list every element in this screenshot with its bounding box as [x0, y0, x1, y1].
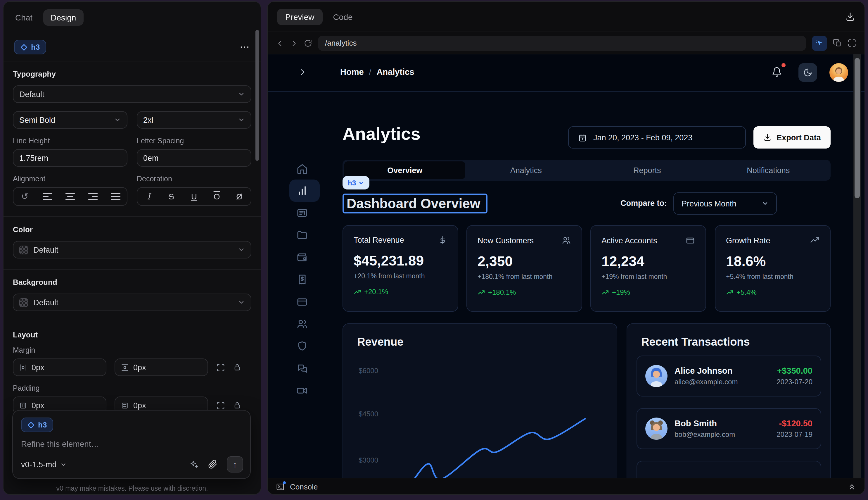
tab-preview[interactable]: Preview [277, 9, 323, 25]
lock-padding-icon[interactable] [233, 401, 241, 409]
align-left-icon[interactable] [41, 193, 54, 200]
compare-select[interactable]: Previous Month [673, 192, 777, 215]
expand-padding-icon[interactable] [216, 401, 225, 410]
selected-tag-chip[interactable]: h3 [343, 176, 369, 190]
tab-analytics[interactable]: Analytics [465, 161, 587, 179]
sidebar-icon-home[interactable] [296, 163, 308, 175]
color-select[interactable]: Default [13, 241, 251, 259]
line-height-input[interactable]: 1.75rem [13, 149, 127, 167]
notifications-bell-icon[interactable] [772, 67, 782, 77]
font-weight-select[interactable]: Semi Bold [13, 111, 127, 129]
diamond-icon [27, 421, 34, 428]
export-data-button[interactable]: Export Data [753, 126, 831, 149]
copy-icon[interactable] [833, 38, 842, 47]
decoration-group: I S U O Ø [137, 187, 251, 206]
transaction-row[interactable]: Bob Smith bob@example.com -$120.50 2023-… [637, 408, 821, 449]
sidebar-icon-folder[interactable] [296, 229, 308, 241]
refresh-icon[interactable] [304, 39, 312, 47]
preview-scrollbar-track[interactable] [853, 54, 861, 478]
more-options-icon[interactable]: ⋯ [240, 41, 250, 53]
page-title: Analytics [343, 124, 420, 144]
align-center-icon[interactable] [64, 193, 77, 200]
font-size-select[interactable]: 2xl [137, 111, 251, 129]
refine-input[interactable]: Refine this element… [21, 439, 242, 448]
recent-transactions-card: Recent Transactions Alice Johnson alice@… [627, 323, 831, 478]
credit-card-icon [686, 236, 695, 245]
sidebar-icon-video[interactable] [296, 385, 308, 397]
transaction-row[interactable]: Alice Johnson alice@example.com +$350.00… [637, 355, 821, 397]
italic-icon[interactable]: I [142, 192, 155, 201]
sidebar-icon-newspaper[interactable] [296, 207, 308, 219]
url-input[interactable]: /analytics [318, 35, 806, 50]
tab-chat[interactable]: Chat [15, 13, 33, 22]
sidebar-scrollbar[interactable] [255, 30, 259, 161]
stat-card-new-customers: New Customers 2,350 +180.1% from last mo… [466, 225, 582, 312]
stat-title: Growth Rate [726, 236, 771, 245]
no-decoration-icon[interactable]: Ø [233, 192, 246, 201]
theme-toggle-button[interactable] [798, 63, 817, 82]
sidebar-expand-icon[interactable] [298, 68, 307, 77]
selected-element-outline[interactable]: Dashboard Overview [343, 194, 487, 214]
transaction-date: 2023-07-20 [776, 378, 812, 386]
font-family-value: Default [19, 90, 238, 99]
user-avatar[interactable] [830, 63, 848, 82]
background-value: Default [33, 298, 238, 307]
tab-reports[interactable]: Reports [587, 161, 708, 179]
browser-toolbar: /analytics [268, 32, 865, 54]
sidebar-icon-bar-chart[interactable] [296, 185, 308, 196]
stat-title: Total Revenue [354, 236, 404, 245]
revenue-chart-card: Revenue $6000 $4500 $3000 [343, 323, 617, 478]
paperclip-icon[interactable] [208, 459, 218, 469]
forward-icon[interactable] [290, 39, 298, 47]
transaction-row-clipped [637, 461, 821, 478]
date-range-button[interactable]: Jan 20, 2023 - Feb 09, 2023 [568, 126, 746, 149]
tab-code[interactable]: Code [333, 12, 353, 21]
download-icon[interactable] [845, 12, 855, 22]
stat-value: 12,234 [601, 253, 695, 270]
letter-spacing-input[interactable]: 0em [137, 149, 251, 167]
submit-button[interactable]: ↑ [227, 456, 243, 473]
sidebar-icon-shield[interactable] [296, 340, 308, 352]
sidebar-icon-messages[interactable] [296, 363, 308, 374]
breadcrumb-current: Analytics [377, 67, 414, 77]
select-element-tool-icon[interactable] [812, 35, 827, 50]
tab-notifications[interactable]: Notifications [708, 161, 829, 179]
font-family-select[interactable]: Default [13, 86, 251, 103]
transaction-email: alice@example.com [674, 378, 738, 386]
chevrons-up-icon[interactable] [847, 482, 856, 491]
strikethrough-icon[interactable]: S [165, 192, 178, 201]
expand-margin-icon[interactable] [216, 363, 225, 372]
margin-y-input[interactable]: 0px [115, 359, 208, 376]
console-bar[interactable]: Console [268, 478, 865, 495]
transaction-amount: +$350.00 [776, 366, 812, 375]
line-height-label: Line Height [13, 137, 127, 145]
lock-margin-icon[interactable] [233, 363, 241, 371]
sidebar-icon-receipt[interactable] [296, 274, 308, 285]
overline-icon[interactable]: O [210, 192, 223, 201]
sidebar-icon-wallet[interactable] [296, 251, 308, 263]
element-badge[interactable]: h3 [14, 40, 46, 54]
align-justify-icon[interactable] [109, 193, 122, 200]
reset-alignment-icon[interactable]: ↺ [19, 191, 31, 202]
underline-icon[interactable]: U [188, 192, 200, 201]
tab-design[interactable]: Design [43, 9, 84, 25]
back-icon[interactable] [276, 39, 284, 47]
stat-title: New Customers [477, 236, 534, 245]
fullscreen-icon[interactable] [847, 38, 856, 47]
trend-up-icon [601, 288, 609, 296]
typography-section: Typography Default Semi Bold 2xl Line He… [3, 61, 261, 217]
y-tick-3000: $3000 [359, 456, 378, 464]
breadcrumb-home[interactable]: Home [340, 67, 364, 77]
sidebar-icon-credit-card[interactable] [296, 296, 308, 308]
breadcrumb: Home / Analytics [340, 67, 414, 77]
model-selector[interactable]: v0-1.5-md [21, 460, 67, 469]
align-right-icon[interactable] [86, 193, 100, 200]
preview-scrollbar-thumb[interactable] [855, 58, 860, 198]
transactions-title: Recent Transactions [627, 324, 830, 349]
sidebar-icon-users[interactable] [296, 318, 308, 330]
sparkles-icon[interactable] [189, 459, 199, 469]
background-select[interactable]: Default [13, 294, 251, 311]
export-data-label: Export Data [776, 133, 821, 142]
composer-element-badge[interactable]: h3 [21, 418, 53, 432]
margin-x-input[interactable]: 0px [13, 359, 106, 376]
